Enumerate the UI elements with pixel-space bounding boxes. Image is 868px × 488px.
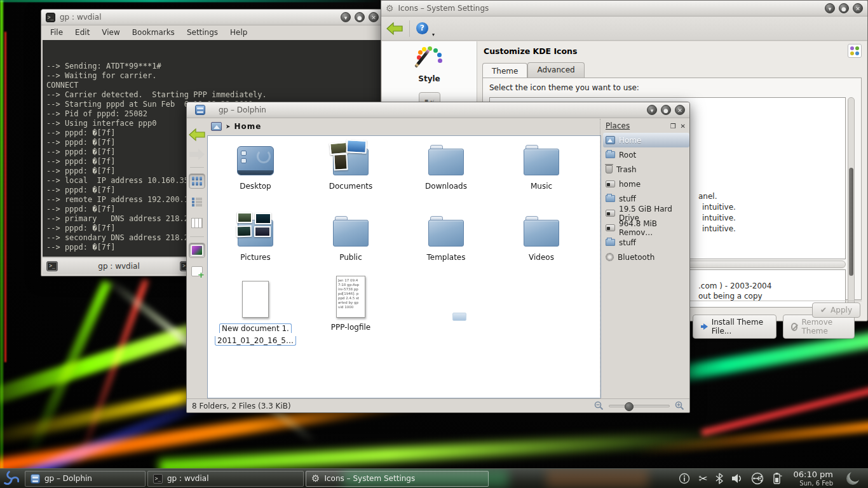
terminal-menubar: FileEditViewBookmarksSettingsHelp (41, 25, 383, 39)
terminal-tab[interactable]: gp : wvdial (62, 262, 176, 271)
help-icon[interactable]: ? (416, 22, 428, 34)
tab-theme[interactable]: Theme (482, 63, 527, 78)
terminal-titlebar[interactable]: >_ gp : wvdial ▾ ● ✕ (41, 10, 383, 25)
bluetooth-icon[interactable] (715, 473, 723, 484)
folder-item[interactable]: Videos (494, 211, 589, 262)
wallpaper-streak (25, 280, 112, 458)
terminal-line: CONNECT (46, 81, 378, 90)
file-item-selected[interactable]: New document 1. 2011_01_20_16_5… (208, 277, 303, 346)
float-panel-icon[interactable]: ❐ (670, 123, 676, 130)
folder-item[interactable]: Documents (303, 140, 398, 191)
task-button-system-settings[interactable]: ⚙ Icons – System Settings (306, 471, 489, 487)
menu-item[interactable]: View (102, 28, 119, 37)
panel-cashew-icon[interactable] (846, 472, 859, 485)
close-icon[interactable]: ✕ (369, 12, 379, 22)
folder-item[interactable]: Desktop (208, 140, 303, 191)
task-button-dolphin[interactable]: gp – Dolphin (25, 471, 146, 487)
folder-item[interactable]: Templates (398, 211, 494, 262)
menu-item[interactable]: File (50, 28, 63, 37)
battery-icon[interactable] (772, 472, 782, 485)
volume-icon[interactable] (731, 473, 743, 484)
icon-grid-icon[interactable] (848, 44, 862, 58)
dolphin-titlebar[interactable]: gp – Dolphin ▾ ● ✕ (187, 102, 689, 118)
close-icon[interactable]: ✕ (853, 3, 863, 13)
preview-button[interactable] (189, 243, 205, 258)
terminal-app-icon: >_ (46, 13, 55, 22)
sidebar-item-style[interactable]: Style (382, 41, 477, 83)
apply-button[interactable]: ✔ Apply (812, 302, 860, 318)
system-settings-titlebar[interactable]: ⚙ Icons – System Settings ▾ ● ✕ (381, 1, 867, 17)
folder-icon (524, 220, 559, 247)
places-item-root[interactable]: Root (603, 147, 689, 162)
dolphin-app-icon (195, 105, 205, 115)
minimize-icon[interactable]: ▾ (647, 105, 657, 115)
menu-item[interactable]: Edit (75, 28, 90, 37)
folder-icon (428, 149, 464, 175)
gear-icon: ⚙ (386, 3, 394, 13)
close-panel-icon[interactable]: ✕ (681, 123, 686, 130)
log-preview-line: ire-5738 pp (338, 287, 363, 292)
trash-icon (606, 165, 613, 173)
install-theme-button[interactable]: Install Theme File... (693, 315, 776, 339)
details-view-button[interactable] (189, 194, 205, 210)
sidebar-item-label: Style (382, 74, 477, 83)
places-item-home-partition[interactable]: home (603, 177, 689, 191)
maximize-icon[interactable]: ● (661, 105, 671, 115)
dolphin-icon (31, 474, 40, 484)
task-button-wvdial[interactable]: >_ gp : wvdial (147, 471, 304, 487)
scrollbar-thumb[interactable] (849, 168, 853, 276)
zoom-in-icon[interactable] (675, 401, 684, 410)
dolphin-side-toolbar (187, 119, 207, 398)
menu-item[interactable]: Help (230, 28, 247, 37)
minimize-icon[interactable]: ▾ (341, 12, 351, 22)
file-item[interactable]: Jan 17 09:47:18 gp-Aspire-5738 pppd[1946… (303, 273, 398, 332)
folder-label: Templates (398, 253, 494, 262)
close-icon[interactable]: ✕ (675, 105, 685, 115)
zoom-out-icon[interactable] (594, 401, 604, 410)
places-item-stuff2[interactable]: stuff (603, 235, 689, 250)
split-view-button[interactable] (189, 264, 205, 279)
style-icon (416, 46, 444, 71)
clock[interactable]: 06:10 pm Sun, 6 Feb (790, 470, 833, 487)
log-preview-line: uid 1000 (338, 305, 363, 309)
back-arrow-icon[interactable] (386, 22, 403, 36)
usb-device-icon[interactable] (751, 472, 764, 485)
vertical-scrollbar[interactable] (848, 97, 855, 308)
home-icon (606, 136, 615, 144)
places-item-removable[interactable]: 964.8 MiB Remov… (603, 220, 689, 235)
menu-item[interactable]: Settings (187, 28, 218, 37)
klipper-scissors-icon[interactable]: ✂ (698, 473, 707, 484)
tab-advanced[interactable]: Advanced (527, 62, 584, 78)
zoom-slider[interactable] (609, 405, 670, 407)
chevron-down-icon[interactable]: ▾ (432, 32, 435, 40)
places-panel: Places ❐ ✕ Home Root Trash home (600, 119, 689, 398)
log-preview-line: ppd 2.4.5 st (338, 296, 363, 301)
breadcrumb-home[interactable]: Home (234, 122, 262, 131)
columns-view-button[interactable] (189, 215, 205, 231)
hard-drive-icon (606, 210, 615, 217)
places-item-trash[interactable]: Trash (603, 162, 689, 177)
places-item-bluetooth[interactable]: Bluetooth (603, 250, 689, 264)
maximize-icon[interactable]: ● (355, 12, 365, 22)
zoom-slider-knob[interactable] (625, 402, 634, 411)
places-item-home[interactable]: Home (603, 133, 689, 147)
app-launcher-button[interactable] (0, 469, 23, 488)
folder-item[interactable]: Downloads (398, 140, 494, 191)
terminal-tab-icon[interactable]: >_ (46, 261, 58, 271)
terminal-icon: >_ (153, 474, 163, 484)
menu-item[interactable]: Bookmarks (132, 28, 175, 37)
info-icon[interactable] (679, 473, 690, 484)
install-arrow-icon (701, 323, 708, 330)
remove-theme-button[interactable]: Remove Theme (783, 315, 855, 339)
home-folder-icon[interactable] (211, 122, 222, 131)
folder-item[interactable]: Pictures (208, 211, 303, 262)
icons-view-button[interactable] (189, 173, 205, 189)
file-view[interactable]: Desktop Documents Downloads Music (207, 135, 601, 398)
maximize-icon[interactable]: ● (839, 3, 849, 13)
minimize-icon[interactable]: ▾ (825, 3, 835, 13)
back-arrow-icon[interactable] (189, 128, 205, 142)
folder-item[interactable]: Music (494, 140, 589, 191)
log-preview-line: pd[1946]: p (338, 292, 363, 296)
folder-item[interactable]: Public (303, 211, 398, 262)
forward-arrow-icon[interactable] (189, 147, 205, 161)
